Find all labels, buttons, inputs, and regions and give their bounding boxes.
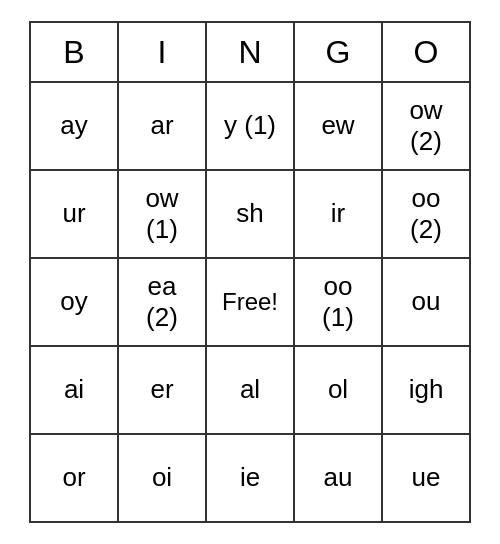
bingo-cell-4-2: ie [206, 434, 294, 522]
bingo-cell-4-4: ue [382, 434, 470, 522]
bingo-cell-3-4: igh [382, 346, 470, 434]
bingo-cell-0-2: y (1) [206, 82, 294, 170]
bingo-row-4: oroiieauue [30, 434, 470, 522]
bingo-row-1: urow(1)shiroo(2) [30, 170, 470, 258]
header-col-o: O [382, 22, 470, 82]
header-col-i: I [118, 22, 206, 82]
bingo-cell-3-2: al [206, 346, 294, 434]
bingo-row-3: aieraloligh [30, 346, 470, 434]
header-col-n: N [206, 22, 294, 82]
bingo-row-0: ayary (1)ewow(2) [30, 82, 470, 170]
bingo-cell-3-3: ol [294, 346, 382, 434]
bingo-cell-1-0: ur [30, 170, 118, 258]
bingo-cell-1-1: ow(1) [118, 170, 206, 258]
bingo-table: BINGO ayary (1)ewow(2)urow(1)shiroo(2)oy… [29, 21, 471, 523]
bingo-cell-2-3: oo(1) [294, 258, 382, 346]
bingo-board: BINGO ayary (1)ewow(2)urow(1)shiroo(2)oy… [19, 11, 481, 533]
header-col-b: B [30, 22, 118, 82]
bingo-cell-3-1: er [118, 346, 206, 434]
bingo-cell-1-4: oo(2) [382, 170, 470, 258]
bingo-cell-4-3: au [294, 434, 382, 522]
bingo-cell-2-0: oy [30, 258, 118, 346]
header-row: BINGO [30, 22, 470, 82]
bingo-cell-4-0: or [30, 434, 118, 522]
bingo-cell-3-0: ai [30, 346, 118, 434]
header-col-g: G [294, 22, 382, 82]
bingo-cell-2-2: Free! [206, 258, 294, 346]
bingo-cell-0-3: ew [294, 82, 382, 170]
bingo-cell-4-1: oi [118, 434, 206, 522]
bingo-cell-1-2: sh [206, 170, 294, 258]
bingo-row-2: oyea(2)Free!oo(1)ou [30, 258, 470, 346]
bingo-cell-0-0: ay [30, 82, 118, 170]
bingo-cell-0-1: ar [118, 82, 206, 170]
bingo-cell-2-1: ea(2) [118, 258, 206, 346]
bingo-cell-0-4: ow(2) [382, 82, 470, 170]
bingo-cell-2-4: ou [382, 258, 470, 346]
bingo-cell-1-3: ir [294, 170, 382, 258]
